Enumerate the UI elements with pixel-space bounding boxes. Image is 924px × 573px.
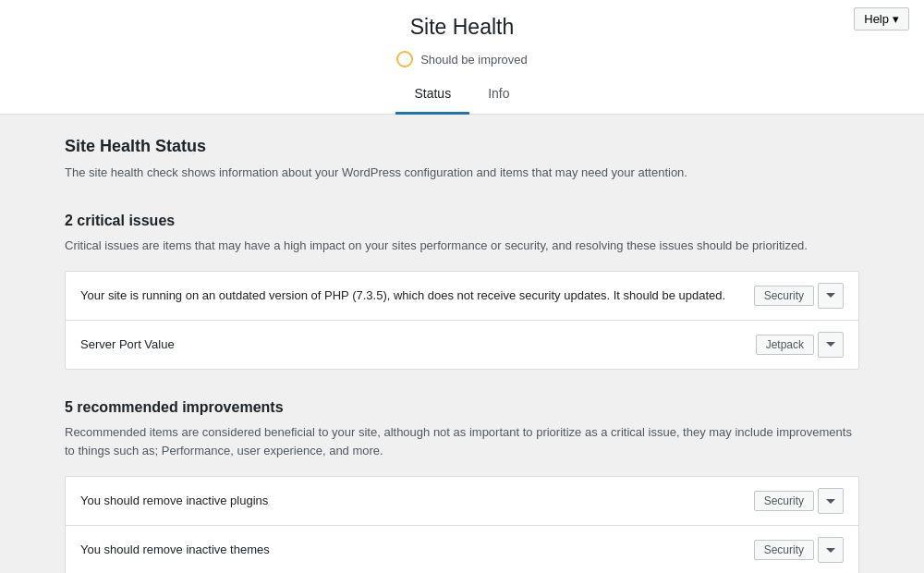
main-content: Site Health Status The site health check… [46,115,878,573]
issue-actions: Security [754,537,844,563]
issue-actions: Security [754,488,844,514]
expand-button[interactable] [818,332,844,358]
chevron-down-icon: ▾ [893,12,899,26]
issue-text: Server Port Value [80,335,756,354]
page-title: Site Health [410,15,515,40]
issue-actions: Security [754,283,844,309]
issue-label: Your site is running on an outdated vers… [80,288,725,302]
status-label: Should be improved [420,53,528,67]
issue-text: Your site is running on an outdated vers… [80,286,754,305]
security-tag: Security [754,540,814,560]
critical-issues-list: Your site is running on an outdated vers… [65,271,859,370]
site-health-title: Site Health Status [65,137,859,156]
critical-desc: Critical issues are items that may have … [65,237,859,256]
chevron-down-icon [826,342,835,347]
status-circle-icon [396,51,413,67]
recommended-issues-list: You should remove inactive plugins Secur… [65,476,859,573]
chevron-down-icon [826,548,835,553]
issue-text: You should remove inactive themes [80,541,754,559]
expand-button[interactable] [818,537,844,563]
recommended-section: 5 recommended improvements Recommended i… [65,399,859,573]
issue-label: Server Port Value [80,337,175,351]
chevron-down-icon [826,293,835,298]
site-health-section: Site Health Status The site health check… [65,137,859,183]
help-label: Help [864,12,889,26]
tab-status[interactable]: Status [395,79,469,115]
issue-label: You should remove inactive plugins [80,494,268,507]
status-indicator: Should be improved [396,51,528,67]
recommended-title: 5 recommended improvements [65,399,859,416]
issue-text: You should remove inactive plugins [80,492,754,510]
recommended-desc: Recommended items are considered benefic… [65,423,859,462]
table-row: You should remove inactive plugins Secur… [66,477,858,526]
critical-section: 2 critical issues Critical issues are it… [65,213,859,370]
chevron-down-icon [826,499,835,504]
tab-bar: Status Info [395,79,528,115]
tab-info[interactable]: Info [469,79,528,115]
table-row: Server Port Value Jetpack [66,321,858,369]
help-button[interactable]: Help ▾ [854,7,909,30]
security-tag: Security [754,491,814,511]
table-row: Your site is running on an outdated vers… [66,272,858,321]
expand-button[interactable] [818,488,844,514]
critical-title: 2 critical issues [65,213,859,229]
jetpack-tag: Jetpack [756,335,814,355]
expand-button[interactable] [818,283,844,309]
site-health-desc: The site health check shows information … [65,164,859,183]
security-tag: Security [754,286,814,306]
issue-label: You should remove inactive themes [80,543,270,556]
issue-actions: Jetpack [756,332,844,358]
table-row: You should remove inactive themes Securi… [66,526,858,573]
